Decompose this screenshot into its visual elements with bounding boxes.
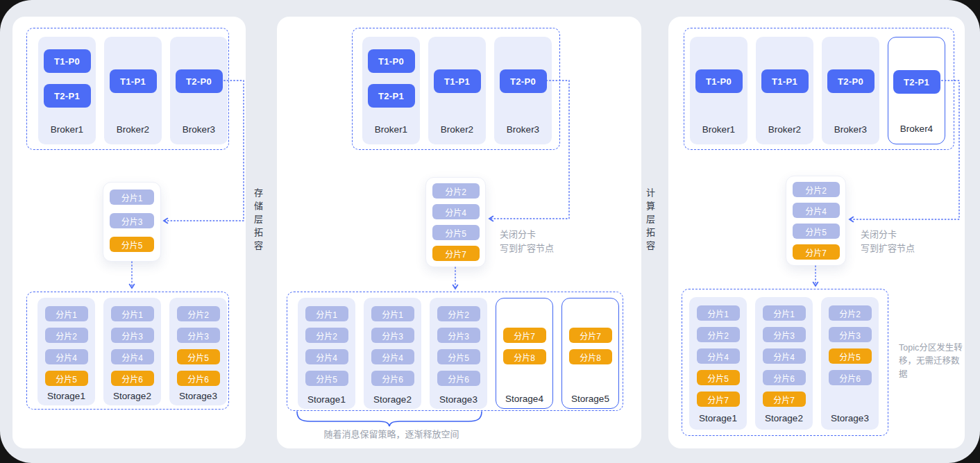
shard-chip: 分片2 — [793, 182, 840, 197]
shard-chip: 分片2 — [177, 306, 220, 321]
storage-label: Storage2 — [103, 391, 161, 401]
note-line: 关闭分卡 — [861, 228, 915, 242]
partition-chip: T1-P1 — [434, 69, 481, 93]
shard-chip: 分片7 — [569, 328, 612, 343]
panel-compute: T1-P0Broker1T1-P1Broker2T2-P0Broker3T2-P… — [668, 17, 965, 448]
broker-node: T1-P0Broker1 — [690, 37, 747, 144]
shard-card: 分片1分片3分片5 — [103, 182, 161, 262]
topic-migration-note: Topic分区发生转移，无需迁移数据 — [899, 342, 965, 381]
storage-label: Storage1 — [689, 413, 747, 423]
close-shard-note: 关闭分卡 写到扩容节点 — [500, 228, 554, 255]
shard-chip: 分片2 — [437, 306, 480, 321]
partition-chip: T2-P1 — [44, 84, 91, 108]
shard-chip: 分片4 — [763, 348, 806, 364]
shard-chip: 分片4 — [793, 203, 840, 218]
retention-note: 随着消息保留策略，逐渐释放空间 — [277, 428, 506, 441]
partition-chip: T2-P1 — [368, 84, 415, 108]
shard-chip: 分片3 — [829, 327, 872, 342]
partition-chip: T2-P0 — [500, 69, 547, 93]
broker-label: Broker1 — [38, 124, 96, 135]
shard-chip: 分片2 — [829, 305, 872, 321]
storage-group: 分片1分片2分片4分片5Storage1分片1分片3分片4分片6Storage2… — [287, 292, 623, 411]
shard-chip: 分片2 — [432, 183, 480, 199]
storage-label: Storage3 — [430, 394, 487, 405]
broker-node: T1-P1Broker2 — [104, 37, 162, 144]
panel-storage-before: T1-P0T2-P1Broker1T1-P1Broker2T2-P0Broker… — [12, 17, 246, 448]
shard-chip: 分片6 — [371, 371, 414, 386]
broker-label: Broker2 — [428, 124, 486, 135]
broker-group: T1-P0T2-P1Broker1T1-P1Broker2T2-P0Broker… — [26, 28, 229, 150]
shard-chip: 分片6 — [829, 370, 872, 385]
shard-chip: 分片3 — [437, 328, 480, 343]
storage-label: Storage3 — [169, 391, 227, 401]
broker-node: T2-P0Broker3 — [494, 37, 552, 144]
storage-label: Storage1 — [37, 391, 95, 401]
broker-label: Broker2 — [104, 124, 162, 135]
shard-chip: 分片1 — [305, 306, 348, 321]
storage-node: 分片1分片2分片4分片5Storage1 — [37, 298, 95, 405]
shard-chip: 分片5 — [829, 348, 872, 364]
storage-node: 分片1分片2分片4分片5Storage1 — [298, 298, 355, 409]
broker-label: Broker3 — [822, 124, 879, 135]
shard-chip: 分片2 — [305, 328, 348, 343]
broker-node: T1-P1Broker2 — [756, 37, 813, 144]
shard-chip: 分片6 — [437, 371, 480, 386]
broker-node: T2-P1Broker4 — [888, 37, 945, 144]
storage-node: 分片2分片3分片5分片6Storage3 — [430, 298, 487, 409]
shard-chip: 分片1 — [697, 305, 740, 321]
note-line: 写到扩容节点 — [500, 242, 554, 255]
shard-chip: 分片7 — [697, 392, 740, 407]
shard-card: 分片2分片4分片5分片7 — [786, 176, 846, 266]
partition-chip: T2-P0 — [827, 69, 875, 93]
storage-label: Storage3 — [821, 413, 879, 423]
shard-chip: 分片3 — [177, 328, 220, 343]
shard-chip: 分片6 — [177, 371, 220, 386]
shard-chip: 分片7 — [432, 246, 480, 261]
shard-chip: 分片1 — [45, 306, 88, 321]
storage-label: Storage1 — [298, 394, 355, 405]
shard-chip: 分片7 — [763, 392, 806, 407]
close-shard-note: 关闭分卡 写到扩容节点 — [861, 228, 915, 255]
storage-node: 分片1分片3分片4分片6Storage2 — [103, 298, 161, 405]
shard-chip: 分片8 — [503, 349, 546, 364]
shard-chip: 分片1 — [763, 305, 806, 321]
storage-node: 分片1分片3分片4分片6Storage2 — [364, 298, 421, 409]
storage-label: Storage2 — [364, 394, 421, 405]
shard-chip: 分片6 — [111, 371, 154, 386]
storage-layer-expansion-label: 存储层拓容 — [251, 188, 264, 254]
broker-group: T1-P0Broker1T1-P1Broker2T2-P0Broker3T2-P… — [684, 28, 954, 150]
shard-chip: 分片5 — [45, 371, 88, 386]
broker-label: Broker3 — [170, 124, 228, 135]
broker-node: T1-P0T2-P1Broker1 — [362, 37, 420, 144]
shard-chip: 分片6 — [763, 370, 806, 385]
shard-chip: 分片4 — [305, 349, 348, 364]
storage-node: 分片2分片3分片5分片6Storage3 — [169, 298, 227, 405]
broker-label: Broker1 — [690, 124, 747, 135]
storage-node: 分片2分片3分片5分片6Storage3 — [821, 297, 879, 430]
diagram-canvas: T1-P0T2-P1Broker1T1-P1Broker2T2-P0Broker… — [0, 0, 980, 463]
partition-chip: T2-P1 — [893, 70, 940, 94]
shard-chip: 分片3 — [763, 327, 806, 342]
shard-chip: 分片1 — [111, 306, 154, 321]
partition-chip: T2-P0 — [176, 69, 223, 93]
shard-chip: 分片4 — [432, 204, 480, 219]
storage-node: 分片1分片2分片4分片5分片7Storage1 — [689, 297, 747, 430]
partition-chip: T1-P0 — [368, 49, 415, 73]
shard-chip: 分片5 — [177, 349, 220, 364]
note-line: 关闭分卡 — [500, 228, 554, 242]
shard-chip: 分片4 — [111, 349, 154, 364]
storage-label: Storage5 — [562, 394, 618, 404]
storage-group: 分片1分片2分片4分片5分片7Storage1分片1分片3分片4分片6分片7St… — [682, 289, 888, 436]
broker-label: Broker2 — [756, 124, 813, 135]
shard-chip: 分片5 — [697, 370, 740, 385]
shard-card: 分片2分片4分片5分片7 — [425, 177, 486, 267]
shard-chip: 分片7 — [503, 328, 546, 343]
storage-label: Storage2 — [755, 413, 813, 423]
shard-chip: 分片4 — [697, 348, 740, 364]
broker-node: T1-P1Broker2 — [428, 37, 486, 144]
shard-chip: 分片1 — [371, 306, 414, 321]
shard-chip: 分片5 — [793, 224, 840, 239]
shard-chip: 分片5 — [305, 371, 348, 386]
partition-chip: T1-P1 — [761, 69, 809, 93]
shard-chip: 分片2 — [697, 327, 740, 342]
